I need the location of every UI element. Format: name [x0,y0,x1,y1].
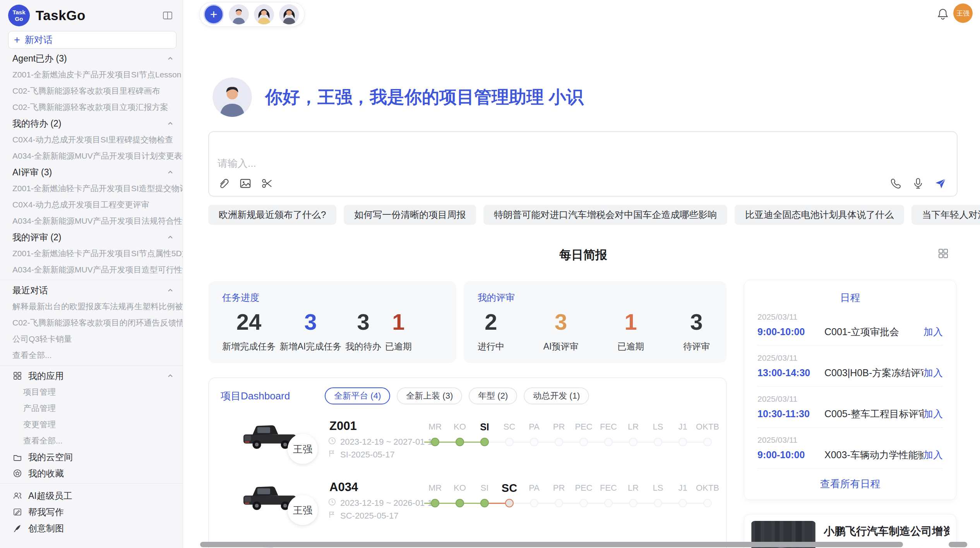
milestone-dot[interactable] [530,499,538,507]
suggestion-chip[interactable]: 如何写一份清晰的项目周报 [344,205,476,225]
join-link[interactable]: 加入 [923,408,943,420]
join-link[interactable]: 加入 [923,366,943,379]
sidebar-section-header[interactable]: Agent已办 (3) [0,50,183,67]
sidebar-task-item[interactable]: C02-飞腾新能源轻客改款项目立项汇报方案 [0,99,183,115]
sidebar-task-item[interactable]: A034-全新新能源MUV产品开发项目计划变更表编写 [0,148,183,164]
schedule-title: 日程 [744,291,956,305]
phone-icon[interactable] [889,177,902,190]
sidebar-section-header[interactable]: AI评审 (3) [0,164,183,180]
sidebar-item-creative-drawing[interactable]: 创意制图 [0,520,183,536]
milestone-dot[interactable] [480,438,489,446]
send-icon[interactable] [934,177,947,190]
milestone-dot[interactable] [604,499,613,507]
sidebar-task-item[interactable]: C02-飞腾新能源轻客改款项目里程碑画布 [0,83,183,99]
attachment-icon[interactable] [218,177,230,190]
milestone-dot[interactable] [456,499,464,507]
milestone-dot[interactable] [579,499,588,507]
milestone-dot[interactable] [703,438,712,446]
recent-chat-item[interactable]: 公司Q3轻卡销量 [0,331,183,347]
my-review-card: 我的评审 2进行中3AI预评审1已逾期3待评审 [464,281,726,363]
my-apps-item[interactable]: 变更管理 [0,416,183,433]
sidebar-item-my-apps[interactable]: 我的应用 [0,368,183,384]
event-title: C005-整车工程目标评审 [824,408,923,420]
milestone-dot[interactable] [654,438,662,446]
milestone-dot[interactable] [629,499,637,507]
milestone-dot[interactable] [678,499,687,507]
dashboard-header: 项目Dashboard 全新平台 (4)全新上装 (3)年型 (2)动总开发 (… [221,387,726,404]
session-avatar-1[interactable] [229,4,249,24]
suggestion-chip[interactable]: 当下年轻人对汽车外观有怎样的喜好趋势 [911,205,980,225]
recent-chat-item[interactable]: C02-飞腾新能源轻客改款项目的闭环通告反馈情况 [0,315,183,331]
dashboard-filter-chip[interactable]: 全新平台 (4) [325,387,390,404]
milestone-dot[interactable] [431,438,439,446]
add-session-button[interactable]: + [204,4,224,24]
chat-input-box[interactable]: 请输入... [208,131,958,197]
layout-grid-icon[interactable] [938,248,949,259]
sidebar-collapse-icon[interactable] [162,10,173,21]
suggestion-chip[interactable]: 比亚迪全固态电池计划具体说了什么 [735,205,904,225]
scissors-icon[interactable] [261,177,273,190]
chevron-up-icon [166,120,174,127]
milestone-dot[interactable] [530,438,538,446]
my-apps-item[interactable]: 查看全部... [0,433,183,449]
milestone-dot[interactable] [456,438,464,446]
horizontal-scrollbar[interactable] [200,542,903,547]
milestone-dot[interactable] [555,438,563,446]
dashboard-filter-chip[interactable]: 年型 (2) [469,387,517,404]
my-apps-item[interactable]: 产品管理 [0,400,183,416]
suggestion-chip[interactable]: 特朗普可能对进口汽车增税会对中国车企造成哪些影响 [483,205,727,225]
sidebar-section-recent[interactable]: 最近对话 [0,282,183,298]
join-link[interactable]: 加入 [923,449,943,461]
dashboard-filter-chip[interactable]: 动总开发 (1) [524,387,589,404]
microphone-icon[interactable] [912,177,924,190]
milestone-dot[interactable] [579,438,588,446]
dashboard-filter-chip[interactable]: 全新上装 (3) [397,387,462,404]
milestone-dot[interactable] [703,499,712,507]
milestone-dot[interactable] [505,438,514,446]
sidebar-section-header[interactable]: 我的待办 (2) [0,115,183,132]
milestone-dot[interactable] [505,499,514,507]
milestone-dot[interactable] [654,499,662,507]
milestone-dot[interactable] [480,499,489,507]
suggestion-chip[interactable]: 欧洲新规最近颁布了什么? [208,205,336,225]
sidebar-section-header[interactable]: 我的评审 (2) [0,229,183,245]
milestone-dot[interactable] [629,438,637,446]
milestone-label: KO [447,422,472,432]
sidebar-task-item[interactable]: A034-全新新能源MUV产品开发项目法规符合性评审 [0,213,183,229]
sidebar-item-favorites[interactable]: 我的收藏 [0,465,183,481]
sidebar-task-item[interactable]: C0X4-动力总成开发项目SI里程碑提交物检查 [0,132,183,148]
view-all-schedule-link[interactable]: 查看所有日程 [744,477,956,491]
sidebar-item-cloud-space[interactable]: 我的云空间 [0,449,183,465]
session-avatar-3[interactable] [279,4,299,24]
project-row[interactable]: 王强A0342023-12-19 ~ 2026-01-19SC-2025-05-… [221,480,726,541]
milestone-dot[interactable] [604,438,613,446]
my-apps-item[interactable]: 项目管理 [0,384,183,400]
milestone-label: KO [447,483,472,493]
join-link[interactable]: 加入 [923,325,943,338]
sidebar-task-item[interactable]: C0X4-动力总成开发项目工程变更评审 [0,197,183,213]
milestone-dot[interactable] [678,438,687,446]
project-row[interactable]: 王强Z0012023-12-19 ~ 2027-01-19SI-2025-05-… [221,418,726,480]
composer-left-tools [218,177,273,190]
milestone-dot[interactable] [555,499,563,507]
stat-value: 1 [617,309,644,335]
notification-bell-icon[interactable] [937,8,949,20]
milestone-dot[interactable] [431,499,439,507]
recent-chat-item[interactable]: 解释最新出台的欧盟报废车法规再生塑料比例被调至15%... [0,298,183,315]
sidebar-task-item[interactable]: A034-全新新能源MUV产品开发项目造型可行性评审 [0,262,183,278]
clock-icon [328,498,336,509]
sidebar-task-item[interactable]: Z001-全新燃油皮卡产品开发项目SI节点Lesson Learn报告 [0,67,183,83]
sidebar-item-writing[interactable]: 帮我写作 [0,504,183,520]
horizontal-scrollbar-end[interactable] [949,542,967,547]
session-avatar-2[interactable] [254,4,274,24]
recent-chat-item[interactable]: 查看全部... [0,347,183,363]
project-owner-badge: 王强 [288,434,318,464]
new-chat-button[interactable]: + 新对话 [8,31,176,49]
chevron-up-icon [166,168,174,176]
sidebar-task-item[interactable]: Z001-全新燃油轻卡产品开发项目SI造型提交物评审 [0,180,183,197]
user-avatar[interactable]: 王强 [953,3,973,23]
topbar-session-pill: + [199,2,305,27]
image-icon[interactable] [239,177,252,190]
sidebar-item-ai-staff[interactable]: AI超级员工 [0,488,183,504]
sidebar-task-item[interactable]: Z001-全新燃油轻卡产品开发项目SI节点属性5D文件评审 [0,245,183,262]
